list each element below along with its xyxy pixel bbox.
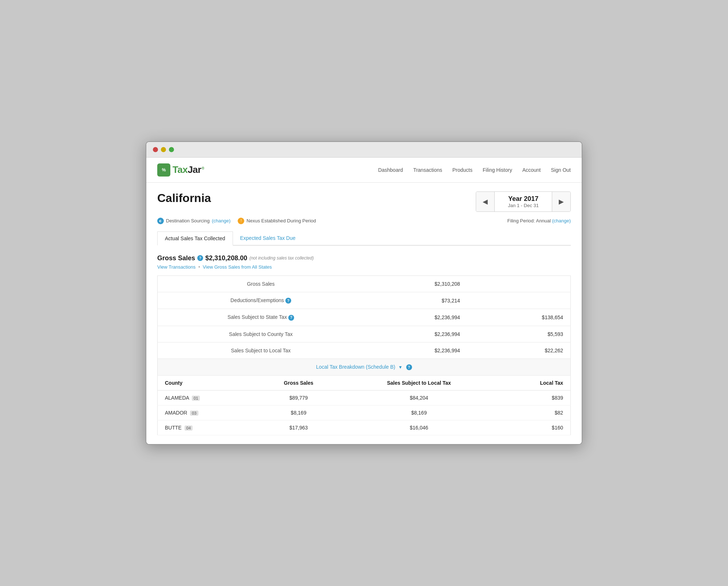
logo-text: TaxJar® bbox=[173, 164, 204, 175]
app-window: % TaxJar® Dashboard Transactions Product… bbox=[146, 141, 582, 445]
breakdown-help-icon[interactable]: ? bbox=[406, 364, 412, 370]
county-row-amador: AMADOR 03 $8,169 $8,169 $82 bbox=[158, 405, 571, 420]
county-row-butte: BUTTE 04 $17,963 $16,046 $160 bbox=[158, 420, 571, 435]
nav-filing-history[interactable]: Filing History bbox=[483, 167, 512, 173]
meta-row: ⬖ Destination Sourcing (change) ! Nexus … bbox=[157, 218, 571, 224]
county-butte-tax: $160 bbox=[496, 420, 571, 435]
view-transactions-link[interactable]: View Transactions bbox=[157, 264, 195, 270]
tab-actual[interactable]: Actual Sales Tax Collected bbox=[157, 231, 233, 246]
county-alameda-subject: $84,204 bbox=[342, 391, 496, 405]
year-nav-center: Year 2017 Jan 1 - Dec 31 bbox=[494, 192, 552, 211]
county-amador-badge: 03 bbox=[190, 411, 198, 416]
date-range: Jan 1 - Dec 31 bbox=[508, 203, 539, 208]
county-butte-name: BUTTE 04 bbox=[158, 420, 256, 435]
county-amador-subject: $8,169 bbox=[342, 405, 496, 420]
row-county-tax-extra: $5,593 bbox=[467, 326, 571, 342]
logo-icon: % bbox=[157, 163, 170, 177]
county-amador-tax: $82 bbox=[496, 405, 571, 420]
breakdown-row: Local Tax Breakdown (Schedule B) ▼ ? bbox=[158, 359, 571, 376]
nav-products[interactable]: Products bbox=[452, 167, 472, 173]
row-state-tax-value: $2,236,994 bbox=[364, 309, 467, 326]
row-county-tax-value: $2,236,994 bbox=[364, 326, 467, 342]
county-table: County Gross Sales Sales Subject to Loca… bbox=[157, 376, 571, 435]
breakdown-link[interactable]: Local Tax Breakdown (Schedule B) bbox=[316, 364, 395, 370]
svg-text:%: % bbox=[162, 167, 166, 173]
tabs: Actual Sales Tax Collected Expected Sale… bbox=[157, 231, 571, 246]
row-gross-sales-extra bbox=[467, 276, 571, 292]
view-links: View Transactions • View Gross Sales fro… bbox=[157, 264, 571, 270]
row-deductions-extra bbox=[467, 292, 571, 309]
gross-sales-section: Gross Sales ? $2,310,208.00 (not includi… bbox=[157, 254, 571, 270]
page-header: California ◀ Year 2017 Jan 1 - Dec 31 ▶ bbox=[157, 191, 571, 212]
county-amador-name: AMADOR 03 bbox=[158, 405, 256, 420]
table-row: Sales Subject to Local Tax $2,236,994 $2… bbox=[158, 342, 571, 359]
meta-left: ⬖ Destination Sourcing (change) ! Nexus … bbox=[157, 218, 316, 224]
row-state-tax-label: Sales Subject to State Tax ? bbox=[158, 309, 364, 326]
nav-sign-out[interactable]: Sign Out bbox=[551, 167, 571, 173]
row-local-tax-label: Sales Subject to Local Tax bbox=[158, 342, 364, 359]
sourcing-icon: ⬖ bbox=[157, 218, 164, 224]
nav-bar: % TaxJar® Dashboard Transactions Product… bbox=[146, 158, 582, 183]
year-label: Year 2017 bbox=[508, 195, 539, 203]
col-header-tax: Local Tax bbox=[496, 376, 571, 391]
sourcing-label: Destination Sourcing bbox=[166, 218, 210, 223]
county-amador-gross: $8,169 bbox=[255, 405, 342, 420]
county-alameda-tax: $839 bbox=[496, 391, 571, 405]
filing-period-label: Filing Period: Annual bbox=[507, 218, 551, 223]
sourcing-item: ⬖ Destination Sourcing (change) bbox=[157, 218, 230, 224]
gross-sales-help-icon[interactable]: ? bbox=[197, 255, 203, 261]
row-county-tax-label: Sales Subject to County Tax bbox=[158, 326, 364, 342]
county-alameda-badge: 01 bbox=[192, 396, 200, 401]
close-dot[interactable] bbox=[153, 147, 158, 152]
filing-change[interactable]: (change) bbox=[552, 218, 571, 223]
table-row: Gross Sales $2,310,208 bbox=[158, 276, 571, 292]
gross-sales-label: Gross Sales bbox=[157, 254, 195, 262]
table-row: Deductions/Exemptions ? $73,214 bbox=[158, 292, 571, 309]
county-butte-badge: 04 bbox=[185, 425, 193, 431]
county-alameda-name: ALAMEDA 01 bbox=[158, 391, 256, 405]
sourcing-change[interactable]: (change) bbox=[212, 218, 230, 223]
county-butte-gross: $17,963 bbox=[255, 420, 342, 435]
row-deductions-label: Deductions/Exemptions ? bbox=[158, 292, 364, 309]
county-row-alameda: ALAMEDA 01 $89,779 $84,204 $839 bbox=[158, 391, 571, 405]
gross-sales-title: Gross Sales ? $2,310,208.00 (not includi… bbox=[157, 254, 571, 262]
year-nav: ◀ Year 2017 Jan 1 - Dec 31 ▶ bbox=[476, 191, 571, 212]
deductions-help-icon[interactable]: ? bbox=[285, 298, 291, 304]
nexus-item: ! Nexus Established During Period bbox=[238, 218, 316, 224]
gross-sales-note: (not including sales tax collected) bbox=[249, 256, 314, 261]
county-butte-subject: $16,046 bbox=[342, 420, 496, 435]
table-row: Sales Subject to County Tax $2,236,994 $… bbox=[158, 326, 571, 342]
row-local-tax-value: $2,236,994 bbox=[364, 342, 467, 359]
row-deductions-value: $73,214 bbox=[364, 292, 467, 309]
nexus-icon: ! bbox=[238, 218, 244, 224]
col-header-subject: Sales Subject to Local Tax bbox=[342, 376, 496, 391]
page-title: California bbox=[157, 191, 211, 205]
col-header-county: County bbox=[158, 376, 256, 391]
nexus-label: Nexus Established During Period bbox=[246, 218, 316, 223]
row-local-tax-extra: $22,262 bbox=[467, 342, 571, 359]
nav-account[interactable]: Account bbox=[522, 167, 541, 173]
view-gross-sales-link[interactable]: View Gross Sales from All States bbox=[203, 264, 272, 270]
county-table-header: County Gross Sales Sales Subject to Loca… bbox=[158, 376, 571, 391]
row-gross-sales-value: $2,310,208 bbox=[364, 276, 467, 292]
row-state-tax-extra: $138,654 bbox=[467, 309, 571, 326]
prev-year-button[interactable]: ◀ bbox=[476, 192, 494, 211]
titlebar bbox=[146, 142, 582, 158]
next-year-button[interactable]: ▶ bbox=[552, 192, 570, 211]
nav-dashboard[interactable]: Dashboard bbox=[378, 167, 403, 173]
table-row: Sales Subject to State Tax ? $2,236,994 … bbox=[158, 309, 571, 326]
filing-period: Filing Period: Annual (change) bbox=[507, 218, 571, 223]
col-header-gross: Gross Sales bbox=[255, 376, 342, 391]
logo: % TaxJar® bbox=[157, 163, 204, 177]
link-divider: • bbox=[198, 264, 200, 270]
nav-transactions[interactable]: Transactions bbox=[413, 167, 442, 173]
nav-links: Dashboard Transactions Products Filing H… bbox=[378, 167, 571, 173]
main-content: California ◀ Year 2017 Jan 1 - Dec 31 ▶ … bbox=[146, 183, 582, 444]
row-gross-sales-label: Gross Sales bbox=[158, 276, 364, 292]
maximize-dot[interactable] bbox=[169, 147, 174, 152]
data-table: Gross Sales $2,310,208 Deductions/Exempt… bbox=[157, 276, 571, 376]
tab-expected[interactable]: Expected Sales Tax Due bbox=[233, 231, 303, 246]
breakdown-arrow: ▼ bbox=[398, 365, 403, 370]
state-tax-help-icon[interactable]: ? bbox=[288, 315, 294, 321]
minimize-dot[interactable] bbox=[161, 147, 166, 152]
